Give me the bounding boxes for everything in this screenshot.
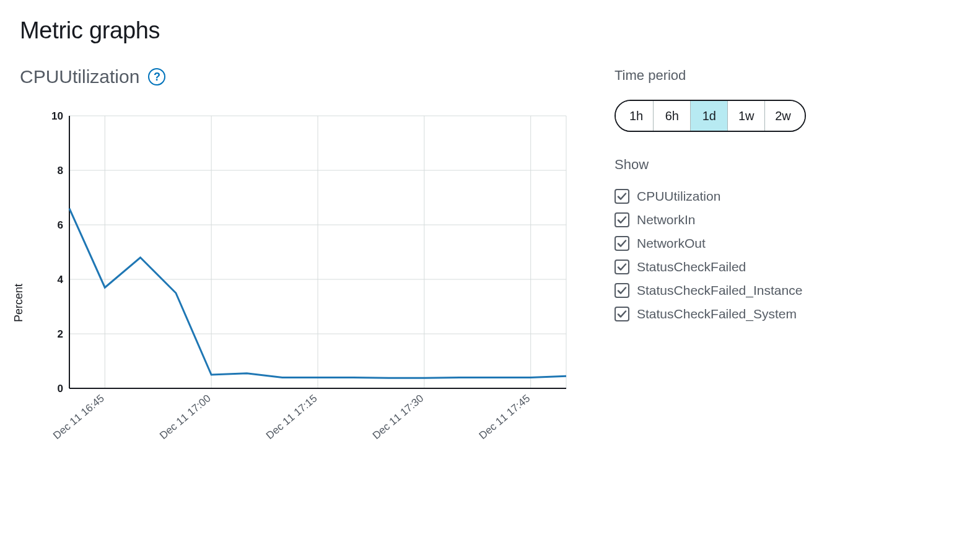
svg-text:6: 6 — [58, 219, 63, 231]
svg-text:Dec 11 16:45: Dec 11 16:45 — [51, 393, 107, 442]
show-checkbox-list: CPUUtilizationNetworkInNetworkOutStatusC… — [615, 189, 838, 321]
time-period-option-1h[interactable]: 1h — [616, 101, 653, 131]
chart-svg: 0246810Dec 11 16:45Dec 11 17:00Dec 11 17… — [40, 110, 572, 494]
svg-text:Dec 11 17:30: Dec 11 17:30 — [370, 393, 426, 442]
show-item: CPUUtilization — [615, 189, 838, 204]
checkbox-label: StatusCheckFailed_Instance — [637, 283, 802, 298]
svg-text:Dec 11 17:45: Dec 11 17:45 — [477, 393, 533, 442]
show-heading: Show — [615, 157, 838, 173]
content-row: CPUUtilization ? Percent 0246810Dec 11 1… — [20, 66, 960, 496]
show-item: NetworkOut — [615, 236, 838, 251]
help-icon[interactable]: ? — [148, 68, 165, 85]
time-period-heading: Time period — [615, 68, 838, 84]
svg-text:Dec 11 17:00: Dec 11 17:00 — [157, 393, 213, 442]
checkbox[interactable] — [615, 260, 629, 274]
show-item: NetworkIn — [615, 212, 838, 227]
show-block: Show CPUUtilizationNetworkInNetworkOutSt… — [615, 157, 838, 321]
side-panel: Time period 1h6h1d1w2w Show CPUUtilizati… — [615, 66, 838, 330]
page-title: Metric graphs — [20, 17, 960, 44]
chart-title-row: CPUUtilization ? — [20, 66, 577, 87]
svg-text:Dec 11 17:15: Dec 11 17:15 — [264, 393, 320, 442]
time-period-option-1w[interactable]: 1w — [727, 101, 764, 131]
show-item: StatusCheckFailed_Instance — [615, 283, 838, 298]
show-item: StatusCheckFailed — [615, 260, 838, 274]
time-period-option-2w[interactable]: 2w — [764, 101, 805, 131]
checkbox[interactable] — [615, 283, 629, 298]
time-period-selector: 1h6h1d1w2w — [615, 100, 806, 132]
svg-text:10: 10 — [51, 110, 63, 122]
checkbox-label: StatusCheckFailed_System — [637, 307, 797, 321]
checkbox[interactable] — [615, 236, 629, 251]
time-period-option-6h[interactable]: 6h — [653, 101, 690, 131]
checkbox-label: NetworkIn — [637, 212, 696, 227]
checkbox[interactable] — [615, 307, 629, 321]
checkbox[interactable] — [615, 189, 629, 204]
svg-text:2: 2 — [58, 328, 63, 340]
chart-column: CPUUtilization ? Percent 0246810Dec 11 1… — [20, 66, 577, 496]
checkbox-label: CPUUtilization — [637, 189, 720, 204]
checkbox-label: NetworkOut — [637, 236, 706, 251]
svg-text:4: 4 — [58, 274, 64, 286]
chart-area: Percent 0246810Dec 11 16:45Dec 11 17:00D… — [40, 110, 572, 496]
checkbox-label: StatusCheckFailed — [637, 260, 746, 274]
y-axis-label: Percent — [12, 284, 25, 322]
chart-title: CPUUtilization — [20, 66, 139, 87]
time-period-option-1d[interactable]: 1d — [690, 101, 727, 131]
svg-text:0: 0 — [58, 383, 63, 395]
show-item: StatusCheckFailed_System — [615, 307, 838, 321]
time-period-block: Time period 1h6h1d1w2w — [615, 68, 838, 132]
svg-text:8: 8 — [58, 165, 63, 177]
checkbox[interactable] — [615, 212, 629, 227]
